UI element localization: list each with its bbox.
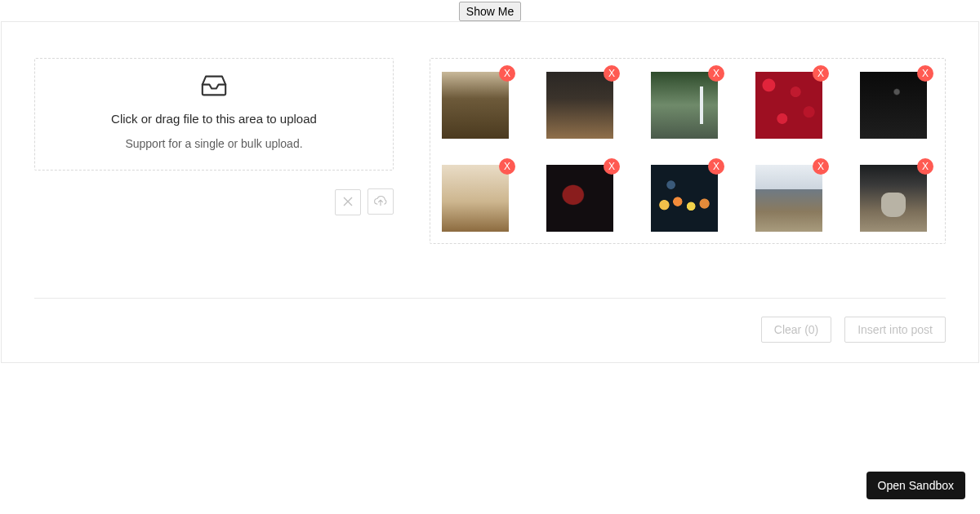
gallery-thumb[interactable]: X <box>546 72 613 139</box>
start-upload-button[interactable] <box>368 188 394 215</box>
upload-dropzone[interactable]: Click or drag file to this area to uploa… <box>34 58 394 171</box>
gallery-thumb[interactable]: X <box>755 72 822 139</box>
gallery-thumb[interactable]: X <box>651 165 718 232</box>
cancel-upload-button[interactable] <box>335 189 361 215</box>
remove-thumb-button[interactable]: X <box>708 158 724 175</box>
gallery-thumb[interactable]: X <box>442 72 509 139</box>
thumb-image <box>651 165 718 232</box>
remove-thumb-button[interactable]: X <box>499 158 515 175</box>
remove-thumb-button[interactable]: X <box>813 65 829 82</box>
clear-button[interactable]: Clear (0) <box>761 317 831 343</box>
remove-thumb-button[interactable]: X <box>917 158 933 175</box>
topbar: Show Me <box>0 0 980 21</box>
dropzone-hint-text: Support for a single or bulk upload. <box>48 137 380 150</box>
cloud-upload-icon <box>373 194 388 210</box>
thumb-image <box>442 72 509 139</box>
gallery-dropzone[interactable]: X X X X X X X <box>430 58 946 244</box>
remove-thumb-button[interactable]: X <box>499 65 515 82</box>
remove-thumb-button[interactable]: X <box>604 65 620 82</box>
thumb-image <box>546 72 613 139</box>
remove-thumb-button[interactable]: X <box>917 65 933 82</box>
thumb-image <box>755 165 822 232</box>
thumb-image <box>860 165 927 232</box>
gallery-thumb[interactable]: X <box>651 72 718 139</box>
dropzone-main-text: Click or drag file to this area to uploa… <box>48 112 380 126</box>
close-icon <box>342 196 354 210</box>
upload-panel: Click or drag file to this area to uploa… <box>1 21 979 363</box>
gallery-grid: X X X X X X X <box>442 72 933 232</box>
gallery-thumb[interactable]: X <box>546 165 613 232</box>
gallery-thumb[interactable]: X <box>755 165 822 232</box>
panel-footer: Clear (0) Insert into post <box>34 298 946 343</box>
gallery-thumb[interactable]: X <box>860 72 927 139</box>
dropzone-actions <box>34 188 394 215</box>
thumb-image <box>546 165 613 232</box>
inbox-icon <box>200 73 228 100</box>
insert-into-post-button[interactable]: Insert into post <box>844 317 946 343</box>
remove-thumb-button[interactable]: X <box>604 158 620 175</box>
thumb-image <box>755 72 822 139</box>
gallery-thumb[interactable]: X <box>442 165 509 232</box>
thumb-image <box>651 72 718 139</box>
remove-thumb-button[interactable]: X <box>813 158 829 175</box>
show-me-button[interactable]: Show Me <box>459 2 521 21</box>
thumb-image <box>442 165 509 232</box>
thumb-image <box>860 72 927 139</box>
upload-left-column: Click or drag file to this area to uploa… <box>34 58 394 215</box>
open-sandbox-button[interactable]: Open Sandbox <box>866 472 965 499</box>
gallery-thumb[interactable]: X <box>860 165 927 232</box>
remove-thumb-button[interactable]: X <box>708 65 724 82</box>
